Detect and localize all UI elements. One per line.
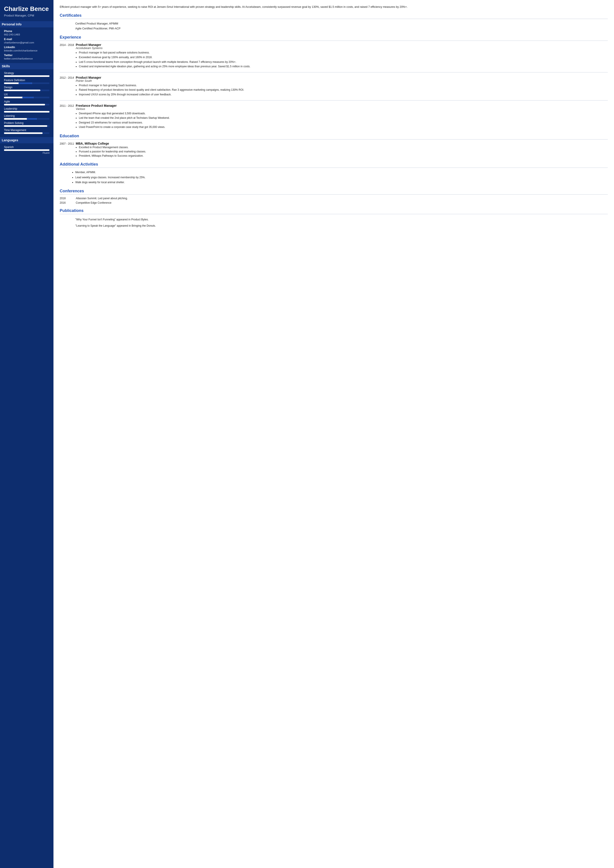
education-list: 2007 - 2011MBA, Millsaps CollegeExcelled… — [60, 142, 608, 158]
experience-dates: 2014 - 2018 — [60, 43, 76, 69]
experience-bullet: Used PowerPoint to create a corporate ca… — [79, 125, 608, 129]
field-value-linkedin: linkedin.com/in/charlizebence — [4, 49, 50, 52]
degree-title: MBA, Millsaps College — [76, 142, 608, 145]
company-name: Accelubeam Systems — [76, 47, 608, 50]
personal-info-header: Personal Info — [0, 21, 53, 27]
job-title: Product Manager — [76, 43, 608, 47]
skill-name: Time Management — [4, 129, 50, 132]
experience-bullets: Product manager in fast-paced software s… — [76, 51, 608, 68]
experience-list: 2014 - 2018Product ManagerAccelubeam Sys… — [60, 43, 608, 130]
certificates-title: Certificates — [60, 13, 608, 19]
summary-text: Efficient product manager with 5+ years … — [60, 5, 608, 9]
skill-bar — [4, 118, 50, 120]
skill-bar — [4, 82, 50, 84]
experience-row: 2011 - 2012Freelance Product ManagerVari… — [60, 104, 608, 130]
conferences-list: 2018Atlassian Summit. Led panel about pi… — [60, 197, 608, 204]
education-content: MBA, Millsaps CollegeExcelled in Product… — [76, 142, 608, 158]
experience-bullet: Product manager in fast-growing SaaS bus… — [79, 83, 608, 88]
experience-content: Product ManagerAccelubeam SystemsProduct… — [76, 43, 608, 69]
field-label-e-mail: E-mail — [4, 38, 50, 41]
education-bullet: Pursued a passion for leadership and mar… — [79, 149, 608, 154]
experience-bullet: Led the team that created the 2nd place … — [79, 116, 608, 120]
experience-bullet: Created and implemented Agile ideation p… — [79, 64, 608, 68]
publications-title: Publications — [60, 208, 608, 214]
certificate-item: Agile Certified Practitioner, PMI-ACP — [60, 26, 608, 31]
activity-item: Walk dogs weekly for local animal shelte… — [75, 180, 608, 185]
language-name: Spanish — [4, 146, 50, 149]
conferences-title: Conferences — [60, 189, 608, 194]
skill-name: UX — [4, 93, 50, 96]
activities-title: Additional Activities — [60, 162, 608, 168]
field-label-twitter: Twitter — [4, 54, 50, 57]
skill-name: Agile — [4, 100, 50, 103]
experience-dates: 2012 - 2014 — [60, 76, 76, 97]
education-bullets: Excelled in Product Management classes.P… — [76, 145, 608, 158]
activity-item: Member, APIMM. — [75, 170, 608, 174]
education-title: Education — [60, 134, 608, 140]
main-content: Efficient product manager with 5+ years … — [53, 0, 614, 868]
field-value-phone: 662-243-1483 — [4, 33, 50, 36]
conference-row: 2018Atlassian Summit. Led panel about pi… — [60, 197, 608, 200]
job-title: Freelance Product Manager — [76, 104, 608, 107]
field-value-e-mail: charlizebence@gmail.com — [4, 41, 50, 44]
skill-name: Listening — [4, 114, 50, 118]
languages-list: SpanishFluent — [4, 146, 50, 154]
candidate-name: Charlize Bence — [4, 5, 50, 12]
experience-content: Product ManagerPoirier SouthProduct mana… — [76, 76, 608, 97]
education-bullet: Excelled in Product Management classes. — [79, 145, 608, 149]
job-title: Product Manager — [76, 76, 608, 79]
experience-title: Experience — [60, 35, 608, 41]
divider — [60, 100, 608, 101]
candidate-title: Product Manager, CPM — [4, 14, 50, 17]
languages-header: Languages — [0, 137, 53, 143]
personal-info-fields: Phone662-243-1483E-mailcharlizebence@gma… — [4, 30, 50, 60]
certificate-item: Certified Product Manager, APIMM — [60, 21, 608, 26]
experience-bullet: Product manager in fast-paced software s… — [79, 51, 608, 55]
conference-row: 2016Competitive Edge Conference — [60, 201, 608, 204]
skill-name: Leadership — [4, 107, 50, 110]
company-name: Various — [76, 107, 608, 110]
publications-list: "Why Your Funnel Isn't Funneling" appear… — [60, 216, 608, 229]
publication-item: "Why Your Funnel Isn't Funneling" appear… — [60, 216, 608, 223]
education-row: 2007 - 2011MBA, Millsaps CollegeExcelled… — [60, 142, 608, 158]
skill-bar — [4, 125, 50, 127]
experience-dates: 2011 - 2012 — [60, 104, 76, 130]
conference-desc: Competitive Edge Conference — [76, 201, 112, 204]
experience-bullet: Developed iPhone app that generated 3,50… — [79, 112, 608, 116]
skill-name: Strategy — [4, 71, 50, 75]
company-name: Poirier South — [76, 79, 608, 82]
experience-row: 2012 - 2014Product ManagerPoirier SouthP… — [60, 76, 608, 97]
field-value-twitter: twitter.com/charlizebence — [4, 57, 50, 60]
skill-bar — [4, 97, 50, 98]
conference-year: 2016 — [60, 201, 76, 204]
sidebar: Charlize Bence Product Manager, CPM Pers… — [0, 0, 53, 868]
experience-content: Freelance Product ManagerVariousDevelope… — [76, 104, 608, 130]
field-label-phone: Phone — [4, 30, 50, 33]
skill-name: Problem Solving — [4, 121, 50, 124]
publication-item: "Learning to Speak the Language" appeare… — [60, 223, 608, 229]
experience-bullet: Exceeded revenue goal by 130% annually, … — [79, 55, 608, 59]
language-level: Fluent — [4, 152, 50, 154]
skill-bar — [4, 111, 50, 113]
experience-bullet: Raised frequency of product iterations t… — [79, 88, 608, 92]
activity-item: Lead weekly yoga classes. Increased memb… — [75, 175, 608, 180]
experience-row: 2014 - 2018Product ManagerAccelubeam Sys… — [60, 43, 608, 69]
skills-header: Skills — [0, 63, 53, 69]
skills-list: StrategyFeature DefinitionDesignUXAgileL… — [4, 71, 50, 134]
conference-desc: Atlassian Summit. Led panel about pitchi… — [76, 197, 128, 200]
conference-year: 2018 — [60, 197, 76, 200]
experience-bullets: Product manager in fast-growing SaaS bus… — [76, 83, 608, 97]
activities-list: Member, APIMM.Lead weekly yoga classes. … — [60, 170, 608, 185]
skill-bar — [4, 132, 50, 134]
skill-bar — [4, 90, 50, 91]
skill-bar — [4, 104, 50, 106]
skill-name: Design — [4, 86, 50, 89]
education-dates: 2007 - 2011 — [60, 142, 76, 158]
experience-bullet: Improved UX/UI scores by 20% through inc… — [79, 93, 608, 97]
experience-bullets: Developed iPhone app that generated 3,50… — [76, 112, 608, 129]
experience-bullet: Led 5 cross-functional teams from concep… — [79, 60, 608, 64]
education-bullet: President, Millsaps Pathways to Success … — [79, 154, 608, 158]
skill-bar — [4, 75, 50, 77]
skill-name: Feature Definition — [4, 79, 50, 82]
field-label-linkedin: LinkedIn — [4, 46, 50, 49]
